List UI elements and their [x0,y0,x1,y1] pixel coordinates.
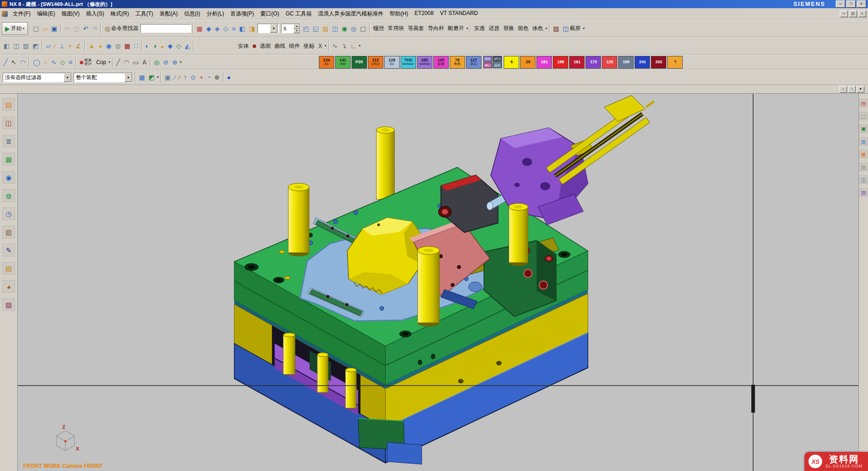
snap-center-icon[interactable]: ⊙ [188,71,198,84]
screw-head[interactable] [346,234,350,238]
chevron-down-icon[interactable]: ▼ [64,73,71,82]
child-minimize-button[interactable]: ─ [840,10,848,17]
pocket-icon[interactable]: ▦ [123,40,132,52]
sketch-arc-icon[interactable]: ◠ [122,56,131,69]
toolbar-scroll-left-button[interactable]: ‹ [839,86,847,93]
wireframe-view-icon[interactable]: ◇ [222,22,230,35]
more-display-dropdown[interactable]: ▾ [545,23,548,35]
rectangle-icon[interactable]: ▭ [131,56,140,69]
separator[interactable] [470,23,471,34]
separator[interactable] [328,40,329,51]
menu-assemblies[interactable]: 装配(A) [156,9,181,19]
color-chip-161[interactable]: 161 [569,56,585,69]
curve-button[interactable]: 曲线 [273,40,287,52]
multi-view-layout-icon[interactable]: ◫ [11,40,21,52]
fit-view-icon[interactable]: ◰ [301,22,311,35]
child-restore-button[interactable]: ◱ [849,10,857,17]
app-logo-icon[interactable] [2,1,7,7]
rightbar-chart-icon[interactable]: ▥ [859,137,868,145]
red-bore[interactable] [524,269,532,277]
material-70si-mnmov[interactable]: 70Si MnMoV [401,56,416,69]
material-120-yougang[interactable]: 120 油钢 [433,56,449,69]
snap-point-toggle-icon[interactable]: ▣ [163,71,172,84]
rotate-view-icon[interactable]: ◉ [340,22,349,35]
capture-settings-icon[interactable]: ▨ [551,22,561,35]
pattern-feature-icon[interactable]: ∷ [132,40,140,52]
material-141-45[interactable]: 141 45# [335,56,351,69]
magnet-icon[interactable]: ∿ [331,40,340,52]
redo-icon[interactable]: ↷ [90,22,99,35]
separator[interactable] [42,40,43,51]
command-finder-input[interactable] [140,24,191,33]
intersection-curve-icon[interactable]: ⊘ [161,56,170,69]
separator[interactable] [75,57,76,68]
orient-view-icon[interactable]: ▤ [321,22,330,35]
snap-endpoint-icon[interactable]: ∕ [173,71,177,84]
sidebar-process-studio[interactable]: ✎ [2,244,15,256]
spline-icon[interactable]: ∿ [50,56,59,69]
text-tool-icon[interactable]: A [141,56,149,69]
select-face-button[interactable]: 选面 [258,40,273,52]
spinner-arrows[interactable]: ▴ ▾ [293,24,300,33]
support-pillar[interactable] [283,335,295,375]
point-icon[interactable]: + [66,40,74,52]
sidebar-scene[interactable]: ▨ [2,298,15,311]
revolve-icon[interactable]: ◕ [97,40,104,52]
guide-pillar-button[interactable]: 导向杆 [426,22,446,35]
sphere-select-icon[interactable]: ● [225,71,233,84]
zoom-view-icon[interactable]: ◱ [311,22,320,35]
window-icon[interactable]: ▢ [358,22,368,35]
grid-display-icon[interactable]: ▦ [195,22,204,35]
copy-icon[interactable]: ◫ [72,22,81,35]
separator[interactable] [141,40,142,51]
menu-vt-standard[interactable]: VT STANDARD [437,9,481,19]
sidebar-roles[interactable]: ◕ [2,280,15,293]
cascade-windows-icon[interactable]: ◩ [31,40,40,52]
separator[interactable] [193,40,194,51]
project-curve-icon[interactable]: ◎ [152,56,161,69]
offset-curve-icon[interactable]: ≡ [67,56,74,69]
sidebar-hd3d-tools[interactable]: ◉ [2,171,15,184]
view-triad[interactable]: Z X [56,424,79,451]
menu-information[interactable]: 信息(I) [181,9,203,19]
select-arrow-icon[interactable]: ↖ [9,56,18,69]
section-curve-icon[interactable]: ⊕ [170,56,179,69]
line-icon[interactable]: ╱ [2,56,9,69]
menu-format[interactable]: 格式(R) [107,9,132,19]
menu-et2008[interactable]: ET2008 [412,9,437,19]
shaded-edges-view-icon[interactable]: ◈ [213,22,222,35]
datum-axis-icon[interactable]: ∕ [53,40,57,52]
screw-button[interactable]: 螺丝 [372,22,386,35]
separator[interactable] [84,40,85,51]
datum-plane-icon[interactable]: ▱ [44,40,53,52]
material-78-jiaotie[interactable]: 78 角铁 [450,56,465,69]
rightbar-filter-icon[interactable]: ▧ [859,163,868,171]
trim-body-icon[interactable]: ◭ [183,40,192,52]
single-view-layout-icon[interactable]: ◧ [2,40,11,52]
sketch-icon[interactable]: ∠ [74,40,83,52]
menu-file[interactable]: 文件(F) [10,9,34,19]
sidebar-part-navigator[interactable]: ≣ [2,135,15,147]
material-124-a3[interactable]: 124 A3 [319,56,334,69]
solid-color-icon[interactable]: ■ [251,40,258,52]
face-analysis-icon[interactable]: ◧ [238,22,247,35]
replace-button[interactable]: 替换 [501,22,516,35]
separator[interactable] [29,23,30,34]
restore-button[interactable]: 还原 [487,22,501,35]
datum-csys-icon[interactable]: ⊥ [57,40,66,52]
mold-design-button[interactable]: ■ 模具设计 [78,56,94,69]
face-color-button[interactable]: 面色 [516,22,531,35]
guide-pillar-front[interactable] [418,246,440,326]
separator[interactable] [549,23,550,34]
sketch-line-icon[interactable]: ╱ [114,56,122,69]
color-chip-6[interactable]: 6 [504,56,519,69]
red-bore[interactable] [539,281,547,289]
command-finder-button[interactable]: ◎ 命令查找器 [103,22,140,35]
snap-existing-point-icon[interactable]: ⊕ [213,71,222,84]
menu-analysis[interactable]: 分析(L) [203,9,228,19]
close-button[interactable]: × [857,0,866,8]
axis-x-icon[interactable]: X [316,40,324,52]
selection-filter-combo[interactable]: 没有选择过滤器 ▼ [3,73,72,82]
snap-midpoint-icon[interactable]: ∕ [177,71,182,84]
sidebar-constraint-navigator[interactable]: ◫ [2,116,15,129]
